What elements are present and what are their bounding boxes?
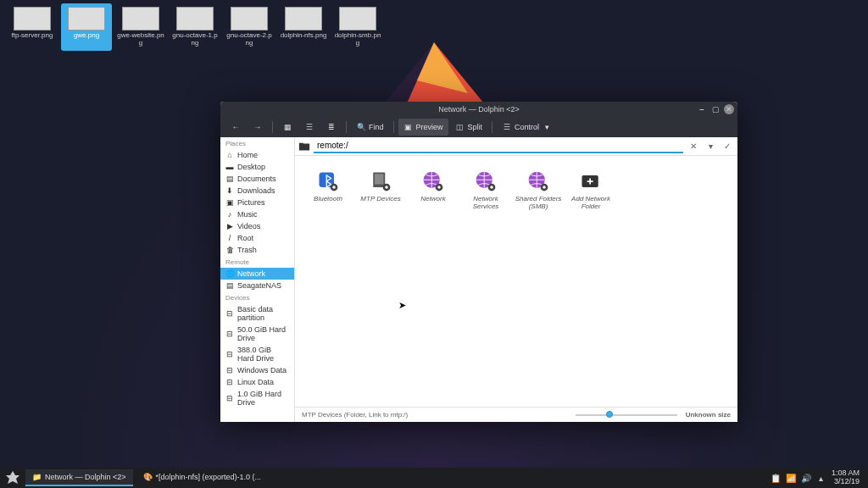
sidebar-item-device[interactable]: ⊟388.0 GiB Hard Drive — [220, 344, 294, 364]
desktop-icon[interactable]: dolphin-smb.png — [332, 3, 383, 51]
pictures-icon: ▣ — [225, 198, 234, 207]
desktop-icon[interactable]: gwe.png — [61, 3, 112, 51]
system-tray: 📋 📶 🔊 ▴ 1:08 AM 3/12/19 — [771, 469, 865, 486]
minimize-button[interactable]: ‒ — [697, 104, 707, 114]
drive-icon: ⊟ — [225, 394, 234, 402]
drive-icon: ⊟ — [225, 330, 234, 338]
sidebar-item-root[interactable]: /Root — [220, 232, 294, 244]
sidebar-item-pictures[interactable]: ▣Pictures — [220, 197, 294, 208]
globe-icon: 🌐 — [225, 269, 234, 278]
view-details-button[interactable]: ≣ — [321, 119, 342, 136]
status-size: Unknown size — [686, 411, 731, 419]
sidebar-item-device[interactable]: ⊟Basic data partition — [220, 303, 294, 324]
chevron-up-icon[interactable]: ▴ — [816, 473, 826, 483]
chevron-down-icon: ▾ — [542, 122, 552, 132]
desktop-icon[interactable]: dolphin-nfs.png — [278, 3, 329, 51]
control-menu-button[interactable]: ☰Control▾ — [497, 119, 557, 136]
drive-icon: ⊟ — [225, 309, 234, 318]
task-entry[interactable]: 🎨 *[dolphin-nfs] (exported)-1.0 (... — [136, 469, 269, 486]
address-dropdown-button[interactable]: ▾ — [704, 140, 717, 153]
desktop-icon: ▬ — [225, 163, 234, 171]
sidebar-item-home[interactable]: ⌂Home — [220, 149, 294, 161]
item-bluetooth[interactable]: Bluetooth — [302, 166, 354, 214]
maximize-button[interactable]: ▢ — [710, 104, 721, 114]
window-title: Network — Dolphin <2> — [438, 105, 520, 114]
preview-button[interactable]: ▣Preview — [398, 119, 448, 136]
forward-button[interactable]: → — [248, 119, 268, 136]
zoom-handle[interactable] — [606, 411, 613, 418]
globe-icon — [526, 169, 550, 193]
trash-icon: 🗑 — [225, 246, 234, 254]
sidebar-item-videos[interactable]: ▶Videos — [220, 220, 294, 232]
find-button[interactable]: 🔍Find — [351, 119, 389, 136]
zoom-slider[interactable] — [576, 414, 677, 416]
address-bar: ✕ ▾ ✓ — [295, 137, 737, 156]
globe-icon — [421, 169, 445, 193]
remote-header: Remote — [220, 256, 294, 268]
sidebar-item-desktop[interactable]: ▬Desktop — [220, 161, 294, 173]
sidebar-item-device[interactable]: ⊟1.0 GiB Hard Drive — [220, 388, 294, 408]
item-network[interactable]: Network — [407, 166, 459, 214]
address-go-button[interactable]: ✓ — [721, 140, 734, 153]
close-button[interactable]: ✕ — [724, 104, 734, 114]
item-mtp-devices[interactable]: MTP Devices — [354, 166, 407, 214]
globe-icon — [474, 169, 498, 193]
sidebar-item-downloads[interactable]: ⬇Downloads — [220, 185, 294, 197]
view-icons-button[interactable]: ▦ — [277, 119, 298, 136]
drive-icon: ⊟ — [225, 366, 234, 374]
sidebar-item-device[interactable]: ⊟Linux Data — [220, 376, 294, 388]
desktop-icon[interactable]: gnu-octave-2.png — [224, 3, 275, 51]
clipboard-icon[interactable]: 📋 — [771, 473, 781, 483]
clock[interactable]: 1:08 AM 3/12/19 — [832, 469, 860, 486]
sidebar-item-device[interactable]: ⊟Windows Data — [220, 364, 294, 376]
volume-icon[interactable]: 🔊 — [801, 473, 811, 483]
dolphin-window: Network — Dolphin <2> ‒ ▢ ✕ ← → ▦ ☰ ≣ 🔍F… — [220, 102, 737, 422]
places-header: Places — [220, 137, 294, 149]
desktop-icon[interactable]: gnu-octave-1.png — [170, 3, 220, 51]
sidebar-item-seagatenas[interactable]: ▤SeagateNAS — [220, 280, 294, 291]
videos-icon: ▶ — [225, 222, 234, 230]
sidebar-item-trash[interactable]: 🗑Trash — [220, 244, 294, 256]
svg-point-11 — [385, 186, 388, 189]
status-bar: MTP Devices (Folder, Link to mtp:/) Unkn… — [295, 407, 737, 422]
network-tray-icon[interactable]: 📶 — [786, 473, 796, 483]
item-add-network-folder[interactable]: Add Network Folder — [565, 166, 617, 214]
dolphin-icon: 📁 — [32, 473, 42, 481]
hamburger-icon: ☰ — [502, 122, 512, 132]
sidebar-item-music[interactable]: ♪Music — [220, 208, 294, 220]
address-input[interactable] — [314, 139, 683, 153]
content-view[interactable]: Bluetooth MTP Devices Network Network Se… — [295, 156, 737, 407]
places-panel: Places ⌂Home ▬Desktop ▤Documents ⬇Downlo… — [220, 137, 295, 422]
window-titlebar[interactable]: Network — Dolphin <2> ‒ ▢ ✕ — [220, 102, 737, 117]
arrow-left-icon: ← — [231, 122, 241, 132]
music-icon: ♪ — [225, 210, 234, 219]
view-compact-button[interactable]: ☰ — [299, 119, 320, 136]
split-button[interactable]: ◫Split — [450, 119, 488, 136]
bluetooth-icon — [316, 169, 340, 193]
sidebar-item-network[interactable]: 🌐Network — [220, 268, 294, 280]
gimp-icon: 🎨 — [143, 473, 153, 481]
svg-point-17 — [490, 186, 493, 189]
desktop-icon-row: ftp-server.png gwe.png gwe-website.png g… — [7, 3, 383, 51]
home-icon: ⌂ — [225, 151, 234, 159]
grid-icon: ▦ — [282, 122, 292, 132]
task-entry[interactable]: 📁 Network — Dolphin <2> — [25, 469, 133, 486]
preview-icon: ▣ — [403, 122, 414, 132]
sidebar-item-documents[interactable]: ▤Documents — [220, 173, 294, 185]
desktop-icon[interactable]: ftp-server.png — [7, 3, 58, 51]
mtp-icon — [369, 169, 392, 193]
application-launcher[interactable] — [3, 469, 22, 487]
taskbar: 📁 Network — Dolphin <2> 🎨 *[dolphin-nfs]… — [0, 468, 868, 488]
folder-icon — [298, 141, 310, 152]
item-network-services[interactable]: Network Services — [459, 166, 512, 214]
downloads-icon: ⬇ — [225, 186, 234, 195]
sidebar-item-device[interactable]: ⊟50.0 GiB Hard Drive — [220, 324, 294, 344]
nas-icon: ▤ — [225, 281, 234, 290]
back-button[interactable]: ← — [225, 119, 246, 136]
item-shared-folders-smb[interactable]: Shared Folders (SMB) — [512, 166, 565, 214]
address-clear-button[interactable]: ✕ — [687, 140, 700, 153]
desktop-icon[interactable]: gwe-website.png — [115, 3, 166, 51]
toolbar: ← → ▦ ☰ ≣ 🔍Find ▣Preview ◫Split ☰Control… — [220, 117, 737, 137]
search-icon: 🔍 — [356, 122, 366, 132]
svg-point-14 — [437, 186, 441, 189]
